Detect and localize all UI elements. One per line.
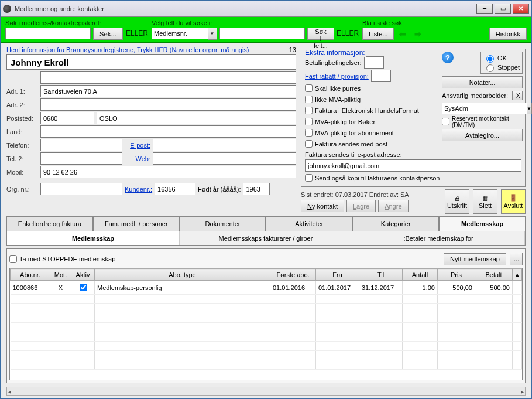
search-reg-label: Søk i medlems-/kontaktregisteret: (5, 19, 122, 26)
col-fra[interactable]: Fra (316, 269, 359, 281)
tab-fam-medl[interactable]: Fam. medl. / personer (93, 216, 180, 231)
ny-kontakt-button[interactable]: Ny kontakt (301, 200, 344, 212)
chk-abo[interactable] (305, 129, 313, 137)
ansvarlig-label: Ansvarlig medarbeider: (442, 92, 508, 99)
chk-stoppede[interactable] (9, 255, 17, 263)
col-betalt[interactable]: Betalt (475, 269, 513, 281)
tel2-input[interactable] (40, 152, 122, 165)
fodt-input[interactable] (243, 183, 270, 195)
tab-enkeltordre[interactable]: Enkeltordre og faktura (6, 216, 93, 231)
subtab-betaler[interactable]: :Betaler medlemskap for (352, 231, 525, 245)
close-button[interactable]: ✕ (513, 4, 529, 14)
avslutt-button[interactable]: 🚪Avslutt (501, 189, 526, 214)
next-arrow-icon[interactable]: ➡ (411, 28, 424, 40)
orgnr-input[interactable] (40, 183, 122, 195)
main-tabs: Enkeltordre og faktura Fam. medl. / pers… (6, 216, 526, 231)
minimize-button[interactable]: ━ (476, 4, 493, 14)
adr2-label: Adr. 2: (6, 101, 38, 108)
prev-arrow-icon[interactable]: ⬅ (396, 28, 409, 40)
city-input[interactable] (97, 112, 296, 124)
chevron-down-icon[interactable]: ▼ (527, 103, 532, 114)
extra-name-input[interactable] (40, 71, 296, 84)
rabatt-input[interactable] (371, 70, 391, 82)
membership-grid[interactable]: Abo.nr. Mot. Aktiv Abo. type Første abo.… (9, 268, 523, 380)
subtab-fakturarer[interactable]: Medlemsskaps fakturarer / giroer (180, 231, 352, 245)
search-field-value-input[interactable] (219, 28, 305, 39)
sist-endret-label: Sist endret: 07.03.2017 Endret av: SA (301, 191, 441, 198)
radio-stoppet[interactable] (486, 64, 494, 72)
chk-mva[interactable] (305, 96, 313, 103)
chevron-down-icon[interactable]: ▼ (208, 28, 217, 40)
faktura-epost-label: Faktura sendes til e-post adresse: (305, 151, 521, 158)
chk-kopi[interactable] (305, 174, 313, 182)
epost-input[interactable] (153, 139, 296, 151)
chk-purres[interactable] (305, 84, 313, 92)
slett-button[interactable]: 🗑Slett (473, 189, 497, 214)
chk-reservert[interactable] (442, 118, 449, 125)
land-label: Land: (6, 128, 38, 135)
web-link[interactable]: Web: (125, 155, 150, 162)
scroll-up-icon[interactable]: ▴ (513, 269, 522, 281)
col-antall[interactable]: Antall (403, 269, 438, 281)
postcode-input[interactable] (40, 112, 94, 124)
tab-kategorier[interactable]: Kategorier (352, 216, 439, 231)
col-abotype[interactable]: Abo. type (95, 269, 270, 281)
more-button[interactable]: ... (510, 253, 523, 265)
or-label-1: ELLER (126, 29, 148, 40)
mobil-input[interactable] (40, 166, 296, 178)
tab-aktiviteter[interactable]: Aktiviteter (266, 216, 352, 231)
col-pris[interactable]: Pris (438, 269, 475, 281)
rabatt-link[interactable]: Fast rabatt / provisjon: (305, 73, 369, 80)
search-button[interactable]: Søk... (93, 28, 123, 40)
notater-button[interactable]: Notater... (442, 76, 523, 88)
trash-icon: 🗑 (482, 195, 489, 202)
h-scrollbar[interactable]: ◂▸ (6, 387, 526, 396)
col-mot[interactable]: Mot. (50, 269, 71, 281)
record-count: 13 (289, 46, 296, 53)
ansvarlig-clear-button[interactable]: X (512, 91, 523, 100)
search-in-field-button[interactable]: Søk i felt... (307, 28, 334, 40)
bregg-link[interactable]: Hent informasjon fra Brønnøysundregistre… (6, 46, 249, 53)
table-row[interactable]: 1000866 X Medlemskap-personlig 01.01.201… (11, 281, 522, 295)
angre-button[interactable]: Angre (378, 200, 408, 212)
list-button[interactable]: Liste... (362, 28, 394, 40)
tab-medlemsskap[interactable]: Medlemsskap (439, 216, 526, 231)
kundenr-input[interactable] (155, 183, 195, 195)
utskrift-button[interactable]: 🖨Utskrift (445, 189, 469, 214)
adr1-input[interactable] (40, 85, 296, 97)
chk-ehf[interactable] (305, 107, 313, 114)
help-icon[interactable]: ? (442, 52, 454, 63)
search-reg-input[interactable] (5, 28, 91, 39)
radio-ok[interactable] (486, 55, 494, 63)
history-button[interactable]: Historikk (489, 28, 527, 40)
ansvarlig-select[interactable] (442, 103, 527, 114)
scroll-left-icon: ◂ (8, 388, 11, 395)
col-aktiv[interactable]: Aktiv (71, 269, 95, 281)
faktura-epost-input[interactable] (305, 159, 521, 172)
subtab-medlemsskap[interactable]: Medlemsskap (7, 231, 180, 245)
telefon-input[interactable] (40, 139, 122, 151)
land-input[interactable] (40, 125, 296, 138)
web-input[interactable] (153, 152, 296, 165)
betaling-input[interactable] (364, 56, 384, 69)
aktiv-checkbox[interactable] (80, 284, 87, 291)
kundenr-link[interactable]: Kundenr.: (125, 186, 152, 193)
lagre-button[interactable]: Lagre (346, 200, 376, 212)
search-field-label: Velg felt du vil søke i: (152, 19, 333, 26)
adr2-input[interactable] (40, 98, 296, 111)
chk-post[interactable] (305, 140, 313, 148)
epost-link[interactable]: E-post: (125, 142, 150, 149)
col-til[interactable]: Til (359, 269, 403, 281)
search-field-select[interactable] (152, 28, 208, 39)
sub-tabs: Medlemsskap Medlemsskaps fakturarer / gi… (6, 231, 526, 246)
scroll-right-icon: ▸ (521, 388, 524, 395)
chk-boker[interactable] (305, 118, 313, 125)
fodt-label: Født år (åååå): (198, 186, 241, 193)
tel2-label: Tel. 2: (6, 155, 38, 162)
nytt-medlemskap-button[interactable]: Nytt medlemskap (444, 253, 506, 265)
col-abonr[interactable]: Abo.nr. (11, 269, 50, 281)
col-forste[interactable]: Første abo. (270, 269, 316, 281)
avtalegiro-button[interactable]: Avtalegiro... (442, 129, 523, 141)
maximize-button[interactable]: ▭ (495, 4, 511, 14)
tab-dokumenter[interactable]: Dokumenter (180, 216, 266, 231)
